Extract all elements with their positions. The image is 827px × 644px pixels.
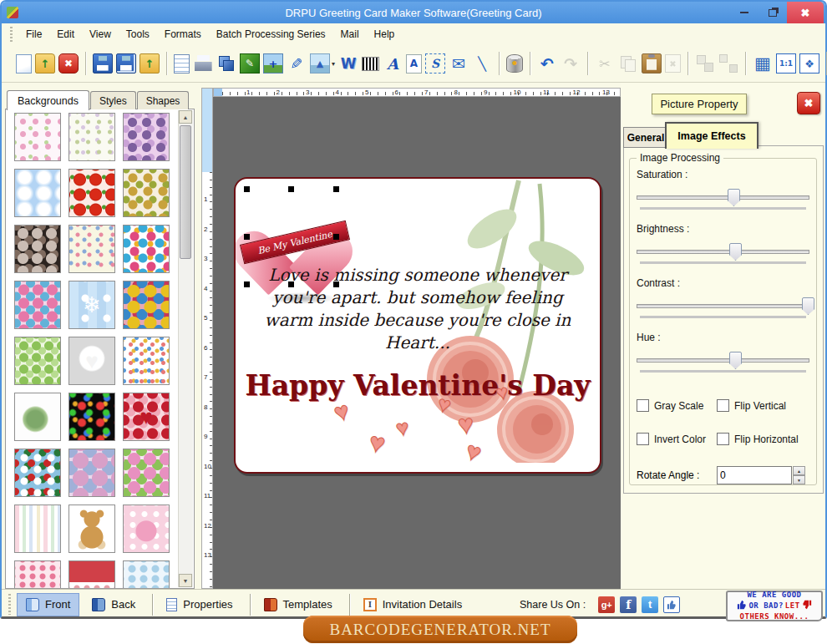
checkbox-flip-vertical[interactable]: Flip Vertical [717,399,813,412]
contrast-slider[interactable] [637,297,809,314]
ungroup-icon[interactable] [718,53,738,74]
hue-slider-thumb[interactable] [729,352,742,369]
selection-icon[interactable]: S [425,53,445,74]
properties-button[interactable]: Properties [157,593,241,616]
menu-mail[interactable]: Mail [333,26,367,43]
close-file-icon[interactable]: ✖ [58,53,79,74]
background-thumbnail-green-hearts-ornament[interactable] [14,393,61,441]
barcodegenerator-banner[interactable]: BARCODEGENERATOR.NET [303,616,577,643]
left-panel-scrollbar[interactable]: ▲ ▼ [178,110,193,587]
background-thumbnail-colorful-circles[interactable] [123,281,170,329]
selection-handle[interactable] [288,186,294,192]
image-editor-icon[interactable]: ✎ [240,53,260,74]
spinner-up-button[interactable]: ▲ [793,466,805,475]
shapes-dropdown-caret[interactable]: ▾ [332,60,335,68]
tab-image-effects[interactable]: Image Effects [665,122,759,149]
selection-handle[interactable] [244,186,250,192]
background-thumbnail-blue-dots[interactable] [123,560,170,589]
tab-general[interactable]: General [623,127,668,148]
rotate-angle-input[interactable] [717,466,792,484]
menu-help[interactable]: Help [367,26,403,43]
copy-style-icon[interactable] [216,53,236,74]
background-thumbnail-kids-pattern[interactable] [123,337,170,385]
background-thumbnail-pink-blue-floral[interactable] [14,281,61,329]
text-box-icon[interactable]: A [406,54,422,74]
fit-page-icon[interactable]: ❖ [799,53,819,74]
background-thumbnail-christmas-santa[interactable] [14,449,61,497]
checkbox-box[interactable] [637,433,649,445]
background-thumbnail-pastel-stripes[interactable] [14,505,61,553]
panel-close-button[interactable]: ✖ [797,92,820,114]
googleplus-icon[interactable]: g+ [598,596,615,613]
shapes-tool-icon[interactable]: ▲ [310,53,330,74]
selection-handle[interactable] [244,234,250,240]
menu-edit[interactable]: Edit [49,26,82,43]
menu-file[interactable]: File [18,26,49,43]
background-thumbnail-hearts-garland[interactable] [68,225,115,273]
wordart-icon[interactable]: W [338,53,358,74]
templates-button[interactable]: Templates [255,593,342,616]
checkbox-flip-horizontal[interactable]: Flip Horizontal [717,433,813,445]
background-thumbnail-strawberries[interactable] [68,169,115,217]
page-setup-icon[interactable] [174,54,190,74]
background-thumbnail-autumn-leaves[interactable] [123,169,170,217]
background-thumbnail-red-banner-top[interactable] [68,560,115,589]
brightness-slider[interactable] [637,243,809,260]
pen-tool-icon[interactable]: ✎ [287,53,307,74]
undo-icon[interactable]: ↶ [537,53,557,74]
menu-batch-processing-series[interactable]: Batch Processing Series [209,26,333,43]
selection-handle[interactable] [333,186,339,192]
background-thumbnail-green-trees[interactable] [14,337,61,385]
background-thumbnail-pink-hearts-rows[interactable] [14,560,61,589]
insert-image-icon[interactable]: + [263,53,283,74]
invitation-details-button[interactable]: IInvitation Details [354,593,471,616]
database-icon[interactable]: • [506,54,523,73]
grid-icon[interactable]: ▦ [753,53,773,74]
front-button[interactable]: Front [17,593,79,616]
close-button[interactable]: ✖ [787,2,824,23]
line-tool-icon[interactable]: ╲ [472,53,492,74]
back-button[interactable]: Back [83,593,145,616]
background-thumbnail-teddy-bear[interactable] [68,505,115,553]
minimize-button[interactable] [730,2,759,23]
checkbox-box[interactable] [717,399,729,412]
card-headline-text[interactable]: Happy Valentine's Day [236,369,600,402]
title-bar[interactable]: DRPU Greeting Card Maker Software(Greeti… [2,2,825,23]
tab-styles[interactable]: Styles [90,91,136,109]
hue-slider[interactable] [637,352,809,368]
delete-icon[interactable]: ✖ [665,54,681,73]
redo-icon[interactable]: ↷ [561,53,581,74]
background-thumbnail-dark-shells[interactable] [14,225,61,273]
background-thumbnail-baby-doodles[interactable] [14,113,61,161]
checkbox-invert-color[interactable]: Invert Color [637,433,717,445]
barcode-icon[interactable] [362,57,379,71]
background-thumbnail-gift-boxes[interactable] [123,225,170,273]
new-file-icon[interactable] [16,54,32,74]
saturation-slider[interactable] [637,189,809,205]
background-thumbnail-blue-snowflakes[interactable]: ❄ [68,281,115,329]
brightness-slider-thumb[interactable] [729,243,742,261]
background-thumbnail-white-flower-heart[interactable]: ♥ [68,337,115,385]
envelope-icon[interactable]: ✉ [449,53,469,74]
scrollbar-thumb[interactable] [180,125,191,259]
scrollbar-up-arrow[interactable]: ▲ [179,110,192,124]
menu-tools[interactable]: Tools [119,26,157,43]
feedback-badge[interactable]: WE ARE GOODOR BAD?LETOTHERS KNOW... [726,591,823,621]
menu-formats[interactable]: Formats [157,26,209,43]
print-icon[interactable] [193,53,213,74]
copy-icon[interactable] [618,53,638,74]
background-thumbnail-purple-flowers[interactable] [123,113,170,161]
background-thumbnail-alphabet-doodles[interactable] [68,113,115,161]
checkbox-box[interactable] [637,399,649,412]
background-thumbnail-pink-dress[interactable] [123,505,170,553]
background-thumbnail-blue-clouds[interactable] [14,169,61,217]
paste-icon[interactable] [642,53,662,74]
save-as-icon[interactable] [116,53,136,74]
scrollbar-down-arrow[interactable]: ▼ [179,574,192,587]
like-icon[interactable] [663,596,680,613]
background-thumbnail-fireworks[interactable] [68,393,115,441]
twitter-icon[interactable]: t [642,596,658,613]
card-message-text[interactable]: Love is missing someone wheneveryou're a… [241,264,595,354]
design-canvas[interactable]: Be My Valentine Love is missing someone … [213,97,621,589]
spinner-down-button[interactable]: ▼ [793,475,805,484]
